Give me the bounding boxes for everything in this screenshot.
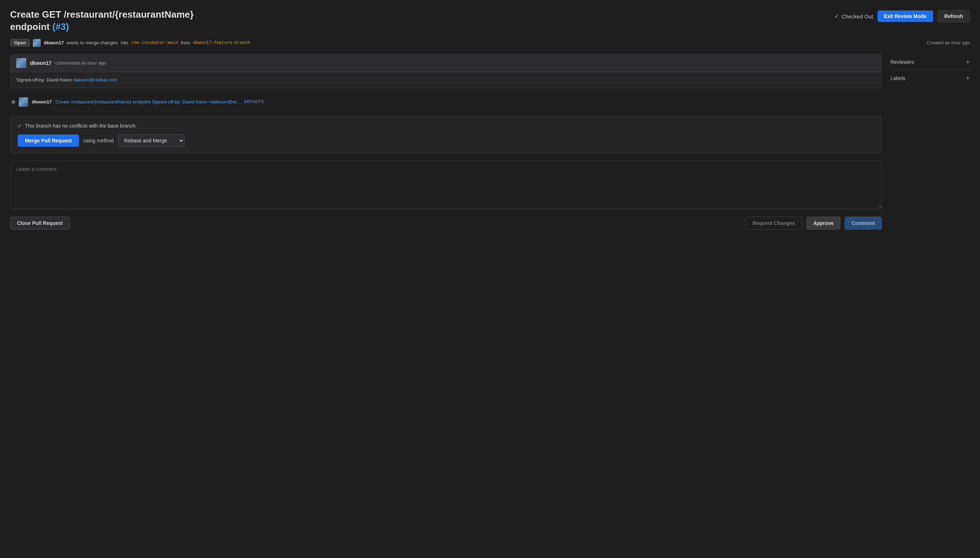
merge-pull-request-button[interactable]: Merge Pull Request — [18, 135, 79, 147]
title-line2: endpoint — [10, 21, 52, 32]
comment-textarea[interactable] — [10, 161, 881, 208]
check-icon: ✓ — [18, 123, 22, 129]
commit-hash: b8febf3 — [244, 99, 264, 105]
no-conflicts-text: This branch has no conflicts with the ba… — [25, 123, 137, 129]
comment-textarea-wrapper — [10, 161, 882, 209]
main-content: dkwon17 commented an hour ago Signed-off… — [10, 54, 882, 230]
approve-button[interactable]: Approve — [807, 217, 841, 230]
page-header: Create GET /restaurant/{restaurantName} … — [10, 9, 970, 33]
no-conflicts-notice: ✓ This branch has no conflicts with the … — [18, 123, 874, 129]
comment-time: commented an hour ago — [55, 60, 106, 66]
comment-header: dkwon17 commented an hour ago — [10, 54, 881, 72]
comment-body: Signed-off-by: David Kwon dakwon@redhat.… — [10, 72, 881, 88]
checked-out-badge: ✓ Checked Out — [835, 13, 873, 20]
request-changes-button[interactable]: Request Changes — [746, 217, 802, 230]
add-reviewer-button[interactable]: + — [965, 58, 970, 66]
refresh-button[interactable]: Refresh — [937, 10, 970, 22]
author-avatar — [33, 39, 41, 47]
bottom-actions: Close Pull Request Request Changes Appro… — [10, 217, 882, 230]
checkmark-icon: ✓ — [835, 13, 839, 20]
commit-author-avatar — [19, 97, 28, 107]
merge-section: ✓ This branch has no conflicts with the … — [10, 116, 882, 154]
commit-row: dkwon17 Create /restaurant/{restaurantNa… — [10, 94, 882, 110]
pr-action-text: wants to merge changes — [67, 40, 118, 46]
sidebar-labels-section: Labels + — [891, 70, 970, 86]
pr-branch-source: dkwon17:feature-branch — [193, 40, 250, 46]
page-title: Create GET /restaurant/{restaurantName} … — [10, 9, 194, 33]
comment-card: dkwon17 commented an hour ago Signed-off… — [10, 54, 882, 88]
sidebar-reviewers-section: Reviewers + — [891, 54, 970, 70]
pr-from-text: from — [181, 40, 190, 46]
comment-author-name: dkwon17 — [30, 60, 52, 66]
title-main: Create GET /restaurant/{restaurantName} — [10, 9, 194, 20]
commit-author-name: dkwon17 — [32, 99, 52, 105]
close-pull-request-button[interactable]: Close Pull Request — [10, 217, 70, 230]
commit-dot-icon — [12, 100, 15, 104]
pr-number: (#3) — [52, 21, 69, 32]
commit-message-link[interactable]: Create /restaurant/{restaurantName} endp… — [56, 99, 240, 105]
sidebar-labels-label: Labels — [891, 75, 905, 81]
comment-author-avatar — [16, 58, 26, 68]
sidebar: Reviewers + Labels + — [891, 54, 970, 86]
pr-into-text: into — [121, 40, 128, 46]
main-layout: dkwon17 commented an hour ago Signed-off… — [10, 54, 970, 230]
add-label-button[interactable]: + — [965, 75, 970, 82]
pr-author: dkwon17 — [44, 40, 64, 46]
comment-submit-button[interactable]: Comment — [845, 217, 882, 230]
header-actions: ✓ Checked Out Exit Review Mode Refresh — [835, 9, 970, 22]
sidebar-reviewers-label: Reviewers — [891, 59, 914, 65]
checked-out-label: Checked Out — [842, 13, 873, 20]
exit-review-button[interactable]: Exit Review Mode — [878, 10, 933, 22]
pr-branch-target: che-incubator:main — [131, 40, 178, 46]
merge-method-select[interactable]: Rebase and Merge Merge Commit Squash and… — [118, 135, 184, 147]
using-method-label: using method — [83, 138, 114, 143]
pr-meta-row: Open dkwon17 wants to merge changes into… — [10, 39, 970, 47]
status-badge: Open — [10, 39, 30, 46]
merge-actions: Merge Pull Request using method Rebase a… — [18, 135, 874, 147]
comment-email-link[interactable]: dakwon@redhat.com — [73, 77, 117, 82]
comment-body-text: Signed-off-by: David Kwon — [16, 77, 73, 82]
pr-created-time: Created an hour ago — [927, 40, 970, 46]
